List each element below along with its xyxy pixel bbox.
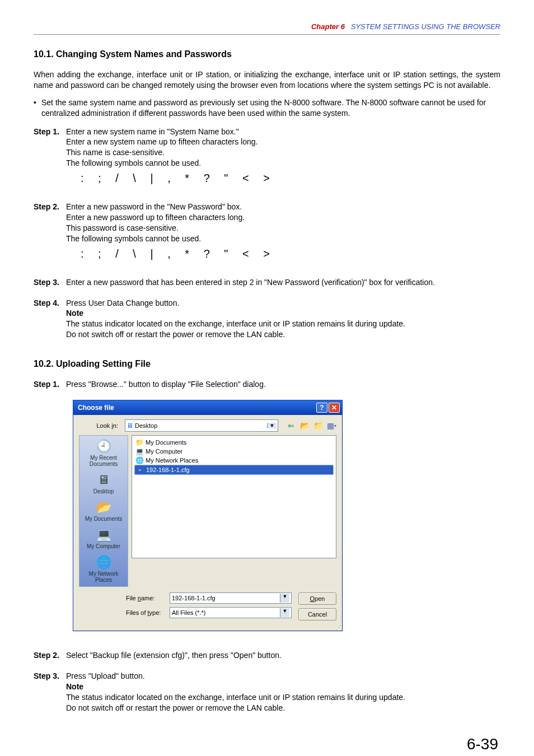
place-mycomp[interactable]: 💻 My Computer [82,528,125,549]
open-button[interactable]: Open [298,592,336,605]
s2-note-l1: The status indicator located on the exch… [66,692,500,703]
s2-step2-label: Step 2. [34,650,66,661]
place-recent-label: My Recent Documents [82,455,125,467]
section-10-1-heading: 10.1. Changing System Names and Password… [34,49,500,59]
help-icon[interactable]: ? [316,403,327,413]
list-item[interactable]: 🌐 My Network Places [134,456,334,465]
cancel-button[interactable]: Cancel [298,608,336,620]
look-in-label: Look in: [79,422,121,429]
chevron-down-icon[interactable]: ▼ [267,423,277,428]
resize-grip-icon[interactable]: ⋰ [73,626,342,631]
chapter-title: SYSTEM SETTINGS USING THE BROWSER [351,22,500,31]
step4-note-l1: The status indicator located on the exch… [66,319,500,329]
mynetwork-icon: 🌐 [95,555,112,570]
section1-intro: When adding the exchange, interface unit… [34,69,500,91]
step3-label: Step 3. [34,277,66,288]
list-item-label: My Documents [146,439,186,446]
step2-symbols: : ; / \ | , * ? " < > [66,246,500,262]
filename-input[interactable]: 192-168-1-1.cfg ▼ [170,592,292,604]
view-menu-icon[interactable]: ▦▾ [326,421,336,431]
list-item[interactable]: 💻 My Computer [134,447,334,456]
step2-line2: Enter a new password up to fifteen chara… [66,212,500,223]
computer-icon: 💻 [135,447,143,455]
filename-value: 192-168-1-1.cfg [172,595,216,601]
look-in-value: Desktop [135,422,157,429]
new-folder-icon[interactable]: 📁 [313,421,323,431]
filetype-value: All Files (*.*) [172,609,206,616]
place-mynet[interactable]: 🌐 My Network Places [82,555,125,583]
mycomputer-icon: 💻 [95,528,112,542]
choose-file-dialog: Choose file ? ✕ Look in: 🖥 Desktop ▼ ⇐ 📂… [73,400,343,631]
list-item-label: My Network Places [146,457,198,464]
file-icon: ▫ [136,466,144,474]
section-10-2-heading: 10.2. Uploading Setting File [34,359,500,369]
step4-note-label: Note [66,308,500,319]
place-desktop-label: Desktop [93,488,114,494]
step2-line3: This password is case-sensitive. [66,223,500,234]
dialog-title-text: Choose file [78,404,114,412]
step2-label: Step 2. [34,202,66,267]
network-icon: 🌐 [135,456,143,464]
filetype-label: Files of type: [126,609,165,616]
list-item-selected[interactable]: ▫ 192-168-1-1.cfg [134,465,334,475]
list-item-label: 192-168-1-1.cfg [146,466,190,473]
up-folder-icon[interactable]: 📂 [299,421,310,431]
dialog-titlebar[interactable]: Choose file ? ✕ [73,400,342,415]
step2-line4: The following symbols cannot be used. [66,234,500,244]
s2-note-label: Note [66,682,500,692]
step1-symbols: : ; / \ | , * ? " < > [66,171,500,186]
s2-step1-body: Press "Browse..." button to display "Fil… [66,379,500,390]
s2-note-l2: Do not switch off or restart the power o… [66,703,500,713]
s2-step2-body: Select "Backup file (extension cfg)", th… [66,650,500,661]
place-mydocs[interactable]: 📂 My Documents [82,500,125,522]
place-desktop[interactable]: 🖥 Desktop [82,473,125,494]
step4-line1: Press User Data Change button. [66,298,500,309]
desktop-icon: 🖥 [127,422,133,430]
filetype-select[interactable]: All Files (*.*) ▼ [170,607,292,618]
list-item-label: My Computer [146,448,182,455]
recent-documents-icon: 🕘 [95,439,112,454]
page-number: 6-39 [34,735,500,753]
place-mycomp-label: My Computer [87,543,120,549]
mydocuments-icon: 📂 [95,500,112,515]
step4-label: Step 4. [34,298,66,340]
desktop-place-icon: 🖥 [95,473,112,487]
place-recent[interactable]: 🕘 My Recent Documents [82,439,125,467]
place-mydocs-label: My Documents [85,516,123,522]
step2-line1: Enter a new password in the "New Passwor… [66,202,500,212]
s2-step3-body: Press "Upload" button. [66,671,500,682]
folder-icon: 📁 [135,438,143,446]
step1-line1: Enter a new system name in "System Name … [66,127,500,137]
step4-note-l2: Do not switch off or restart the power o… [66,329,500,340]
step3-body: Enter a new password that has been enter… [66,277,500,288]
step1-label: Step 1. [34,127,66,192]
filename-label: File name: [126,595,165,601]
look-in-select[interactable]: 🖥 Desktop ▼ [125,419,278,432]
back-icon[interactable]: ⇐ [286,421,296,431]
place-mynet-label: My Network Places [82,571,125,583]
file-list[interactable]: 📁 My Documents 💻 My Computer 🌐 My Networ… [132,435,336,558]
chevron-down-icon[interactable]: ▼ [280,608,289,617]
s2-step1-label: Step 1. [34,379,66,390]
page-header: Chapter 6 SYSTEM SETTINGS USING THE BROW… [34,22,500,35]
step1-line3: This name is case-sensitive. [66,147,500,158]
chevron-down-icon[interactable]: ▼ [280,594,289,603]
s2-step3-label: Step 3. [34,671,66,713]
places-bar: 🕘 My Recent Documents 🖥 Desktop 📂 My Doc… [79,435,128,587]
step1-line2: Enter a new system name up to fifteen ch… [66,137,500,147]
section1-bullet: Set the same system name and password as… [41,97,500,119]
bullet-icon: • [34,97,41,119]
step1-line4: The following symbols cannot be used. [66,158,500,169]
list-item[interactable]: 📁 My Documents [134,438,334,447]
chapter-label: Chapter 6 [311,22,345,31]
close-icon[interactable]: ✕ [329,403,340,413]
